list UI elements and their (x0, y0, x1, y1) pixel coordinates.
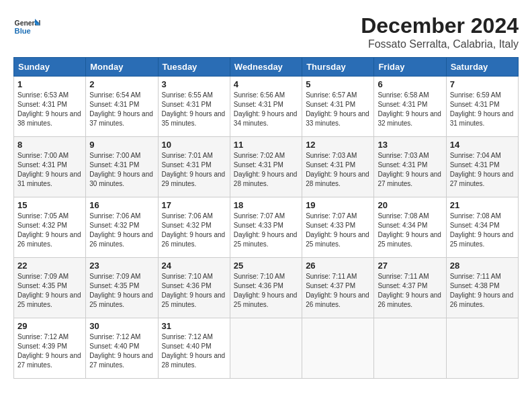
day-number: 19 (306, 200, 370, 210)
day-number: 25 (234, 261, 298, 271)
day-detail: Sunrise: 7:05 AM Sunset: 4:32 PM Dayligh… (17, 212, 82, 249)
month-title: December 2024 (361, 13, 519, 38)
day-detail: Sunrise: 7:11 AM Sunset: 4:38 PM Dayligh… (450, 272, 515, 310)
day-detail: Sunrise: 6:53 AM Sunset: 4:31 PM Dayligh… (17, 91, 82, 128)
day-number: 30 (89, 321, 154, 331)
weekday-header-sunday: Sunday (14, 58, 86, 77)
day-number: 7 (450, 79, 515, 89)
day-detail: Sunrise: 7:11 AM Sunset: 4:37 PM Dayligh… (306, 272, 370, 310)
day-detail: Sunrise: 7:11 AM Sunset: 4:37 PM Dayligh… (378, 272, 442, 310)
calendar-cell: 10Sunrise: 7:01 AM Sunset: 4:31 PM Dayli… (158, 137, 230, 197)
day-detail: Sunrise: 7:00 AM Sunset: 4:31 PM Dayligh… (89, 151, 154, 189)
day-number: 16 (89, 200, 154, 210)
week-row-4: 22Sunrise: 7:09 AM Sunset: 4:35 PM Dayli… (14, 258, 519, 318)
calendar-cell: 23Sunrise: 7:09 AM Sunset: 4:35 PM Dayli… (86, 258, 158, 318)
day-detail: Sunrise: 7:02 AM Sunset: 4:31 PM Dayligh… (234, 151, 298, 189)
day-number: 11 (234, 140, 298, 150)
day-detail: Sunrise: 7:08 AM Sunset: 4:34 PM Dayligh… (450, 212, 515, 249)
weekday-header-row: SundayMondayTuesdayWednesdayThursdayFrid… (14, 58, 519, 77)
day-detail: Sunrise: 7:03 AM Sunset: 4:31 PM Dayligh… (306, 151, 370, 189)
logo: General Blue (13, 13, 43, 40)
calendar-cell: 5Sunrise: 6:57 AM Sunset: 4:31 PM Daylig… (302, 77, 374, 137)
day-number: 15 (17, 200, 82, 210)
day-number: 22 (17, 261, 82, 271)
calendar-cell (230, 318, 302, 379)
calendar-cell: 28Sunrise: 7:11 AM Sunset: 4:38 PM Dayli… (446, 258, 518, 318)
day-number: 17 (162, 200, 226, 210)
day-detail: Sunrise: 7:12 AM Sunset: 4:39 PM Dayligh… (17, 332, 82, 370)
day-detail: Sunrise: 6:55 AM Sunset: 4:31 PM Dayligh… (162, 91, 226, 128)
calendar-cell (446, 318, 518, 379)
calendar-cell: 17Sunrise: 7:06 AM Sunset: 4:32 PM Dayli… (158, 197, 230, 258)
day-detail: Sunrise: 7:03 AM Sunset: 4:31 PM Dayligh… (378, 151, 442, 189)
day-detail: Sunrise: 7:10 AM Sunset: 4:36 PM Dayligh… (162, 272, 226, 310)
day-detail: Sunrise: 7:12 AM Sunset: 4:40 PM Dayligh… (162, 332, 226, 370)
week-row-1: 1Sunrise: 6:53 AM Sunset: 4:31 PM Daylig… (14, 77, 519, 137)
day-detail: Sunrise: 7:01 AM Sunset: 4:31 PM Dayligh… (162, 151, 226, 189)
calendar-cell: 15Sunrise: 7:05 AM Sunset: 4:32 PM Dayli… (14, 197, 86, 258)
day-number: 23 (89, 261, 154, 271)
day-number: 29 (17, 321, 82, 331)
day-number: 4 (234, 79, 298, 89)
calendar-cell: 6Sunrise: 6:58 AM Sunset: 4:31 PM Daylig… (374, 77, 446, 137)
weekday-header-thursday: Thursday (302, 58, 374, 77)
day-number: 10 (162, 140, 226, 150)
calendar-cell: 13Sunrise: 7:03 AM Sunset: 4:31 PM Dayli… (374, 137, 446, 197)
calendar-cell: 11Sunrise: 7:02 AM Sunset: 4:31 PM Dayli… (230, 137, 302, 197)
week-row-5: 29Sunrise: 7:12 AM Sunset: 4:39 PM Dayli… (14, 318, 519, 379)
day-number: 20 (378, 200, 442, 210)
calendar-cell: 8Sunrise: 7:00 AM Sunset: 4:31 PM Daylig… (14, 137, 86, 197)
day-detail: Sunrise: 7:00 AM Sunset: 4:31 PM Dayligh… (17, 151, 82, 189)
weekday-header-saturday: Saturday (446, 58, 518, 77)
calendar-cell: 27Sunrise: 7:11 AM Sunset: 4:37 PM Dayli… (374, 258, 446, 318)
calendar-cell: 31Sunrise: 7:12 AM Sunset: 4:40 PM Dayli… (158, 318, 230, 379)
calendar-cell (302, 318, 374, 379)
weekday-header-tuesday: Tuesday (158, 58, 230, 77)
day-detail: Sunrise: 6:58 AM Sunset: 4:31 PM Dayligh… (378, 91, 442, 128)
day-number: 5 (306, 79, 370, 89)
calendar-cell: 24Sunrise: 7:10 AM Sunset: 4:36 PM Dayli… (158, 258, 230, 318)
svg-text:Blue: Blue (15, 27, 31, 35)
day-number: 8 (17, 140, 82, 150)
day-detail: Sunrise: 7:09 AM Sunset: 4:35 PM Dayligh… (17, 272, 82, 310)
day-detail: Sunrise: 7:07 AM Sunset: 4:33 PM Dayligh… (306, 212, 370, 249)
day-number: 2 (89, 79, 154, 89)
calendar-cell: 22Sunrise: 7:09 AM Sunset: 4:35 PM Dayli… (14, 258, 86, 318)
day-detail: Sunrise: 7:08 AM Sunset: 4:34 PM Dayligh… (378, 212, 442, 249)
week-row-3: 15Sunrise: 7:05 AM Sunset: 4:32 PM Dayli… (14, 197, 519, 258)
calendar-cell: 1Sunrise: 6:53 AM Sunset: 4:31 PM Daylig… (14, 77, 86, 137)
day-number: 28 (450, 261, 515, 271)
calendar-cell: 21Sunrise: 7:08 AM Sunset: 4:34 PM Dayli… (446, 197, 518, 258)
calendar-cell: 9Sunrise: 7:00 AM Sunset: 4:31 PM Daylig… (86, 137, 158, 197)
calendar-cell: 3Sunrise: 6:55 AM Sunset: 4:31 PM Daylig… (158, 77, 230, 137)
header: General Blue December 2024 Fossato Serra… (13, 13, 519, 50)
day-detail: Sunrise: 6:59 AM Sunset: 4:31 PM Dayligh… (450, 91, 515, 128)
weekday-header-friday: Friday (374, 58, 446, 77)
day-number: 24 (162, 261, 226, 271)
day-number: 21 (450, 200, 515, 210)
calendar-cell: 26Sunrise: 7:11 AM Sunset: 4:37 PM Dayli… (302, 258, 374, 318)
calendar-cell: 16Sunrise: 7:06 AM Sunset: 4:32 PM Dayli… (86, 197, 158, 258)
day-number: 14 (450, 140, 515, 150)
day-number: 27 (378, 261, 442, 271)
day-number: 31 (162, 321, 226, 331)
day-detail: Sunrise: 6:56 AM Sunset: 4:31 PM Dayligh… (234, 91, 298, 128)
week-row-2: 8Sunrise: 7:00 AM Sunset: 4:31 PM Daylig… (14, 137, 519, 197)
calendar-cell: 14Sunrise: 7:04 AM Sunset: 4:31 PM Dayli… (446, 137, 518, 197)
calendar-cell: 4Sunrise: 6:56 AM Sunset: 4:31 PM Daylig… (230, 77, 302, 137)
day-number: 6 (378, 79, 442, 89)
calendar-cell: 7Sunrise: 6:59 AM Sunset: 4:31 PM Daylig… (446, 77, 518, 137)
calendar-cell: 12Sunrise: 7:03 AM Sunset: 4:31 PM Dayli… (302, 137, 374, 197)
day-detail: Sunrise: 6:57 AM Sunset: 4:31 PM Dayligh… (306, 91, 370, 128)
day-number: 13 (378, 140, 442, 150)
day-number: 9 (89, 140, 154, 150)
calendar-cell: 29Sunrise: 7:12 AM Sunset: 4:39 PM Dayli… (14, 318, 86, 379)
location-title: Fossato Serralta, Calabria, Italy (361, 38, 519, 50)
calendar-cell: 2Sunrise: 6:54 AM Sunset: 4:31 PM Daylig… (86, 77, 158, 137)
day-number: 12 (306, 140, 370, 150)
day-number: 26 (306, 261, 370, 271)
calendar-cell: 30Sunrise: 7:12 AM Sunset: 4:40 PM Dayli… (86, 318, 158, 379)
day-number: 18 (234, 200, 298, 210)
day-detail: Sunrise: 7:09 AM Sunset: 4:35 PM Dayligh… (89, 272, 154, 310)
day-detail: Sunrise: 6:54 AM Sunset: 4:31 PM Dayligh… (89, 91, 154, 128)
